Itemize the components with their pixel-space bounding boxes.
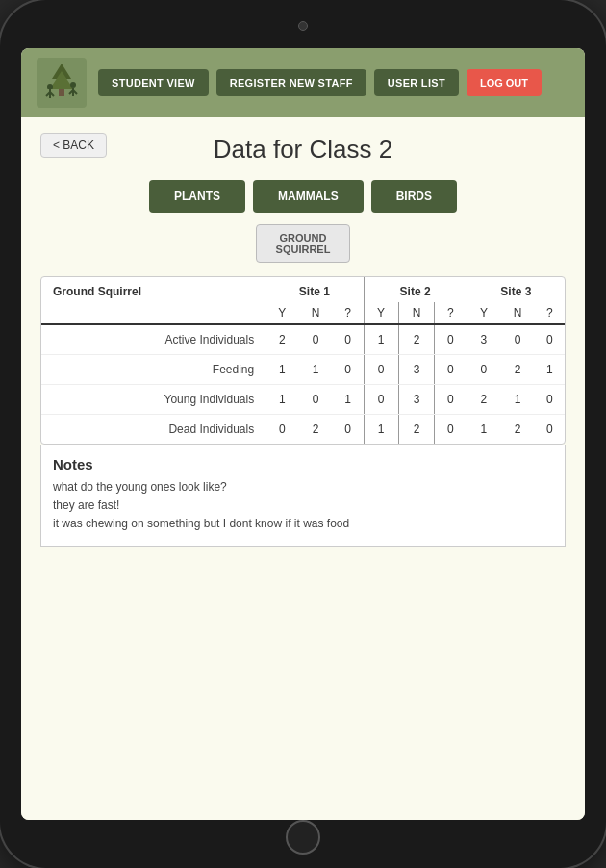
site3-val-1: 2 (500, 355, 534, 385)
site1-val-1: 0 (298, 324, 332, 355)
table-row: Feeding110030021 (41, 355, 565, 385)
site1-val-0: 0 (265, 415, 298, 445)
category-buttons: PLANTS MAMMALS BIRDS (40, 180, 566, 213)
site2-header: Site 2 (364, 277, 467, 302)
user-list-button[interactable]: USER LIST (374, 69, 459, 96)
site3-val-2: 1 (535, 355, 565, 385)
table-header-yn: Y N ? Y N ? Y N ? (41, 302, 565, 324)
site2-val-1: 3 (398, 385, 435, 415)
site1-n: N (298, 302, 332, 324)
register-staff-button[interactable]: REGISTER NEW STAFF (216, 69, 366, 96)
site1-header: Site 1 (265, 277, 364, 302)
site2-val-2: 0 (435, 355, 467, 385)
tablet-home-button[interactable] (286, 820, 320, 855)
site1-val-2: 0 (333, 324, 364, 355)
site2-val-0: 0 (364, 385, 398, 415)
table-col-label: Ground Squirrel (41, 277, 265, 302)
site3-val-2: 0 (535, 324, 565, 355)
site1-val-1: 2 (298, 415, 332, 445)
site2-val-2: 0 (435, 324, 467, 355)
site3-q: ? (535, 302, 565, 324)
svg-rect-3 (59, 89, 64, 96)
site2-val-0: 1 (364, 324, 398, 355)
site1-val-0: 2 (265, 324, 298, 355)
tablet-screen: STUDENT VIEW REGISTER NEW STAFF USER LIS… (21, 48, 585, 820)
app-logo (37, 58, 87, 108)
site2-val-1: 3 (398, 355, 435, 385)
tablet-frame: STUDENT VIEW REGISTER NEW STAFF USER LIS… (0, 0, 606, 868)
row-label: Dead Individuals (41, 415, 265, 445)
row-label: Active Individuals (41, 324, 265, 355)
notes-content: what do the young ones look like?they ar… (53, 478, 553, 534)
site3-val-0: 2 (467, 385, 500, 415)
row-label: Feeding (41, 355, 265, 385)
site2-val-1: 2 (398, 324, 435, 355)
site2-n: N (398, 302, 435, 324)
site2-val-0: 0 (364, 355, 398, 385)
site1-y: Y (265, 302, 298, 324)
table-header-sites: Ground Squirrel Site 1 Site 2 Site 3 (41, 277, 565, 302)
site1-q: ? (333, 302, 364, 324)
table-row: Dead Individuals020120120 (41, 415, 565, 445)
sub-category-container: GROUNDSQUIRREL (40, 224, 566, 263)
svg-point-4 (47, 84, 53, 89)
page-title: Data for Class 2 (40, 135, 566, 165)
birds-button[interactable]: BIRDS (371, 180, 457, 213)
site3-val-1: 1 (500, 385, 534, 415)
site3-val-1: 2 (500, 415, 534, 445)
site2-val-1: 2 (398, 415, 435, 445)
site3-n: N (500, 302, 534, 324)
header: STUDENT VIEW REGISTER NEW STAFF USER LIS… (21, 48, 585, 117)
row-label: Young Individuals (41, 385, 265, 415)
site1-val-1: 0 (298, 385, 332, 415)
site1-val-1: 1 (298, 355, 332, 385)
table-body: Active Individuals200120300Feeding110030… (41, 324, 565, 444)
site3-val-2: 0 (535, 385, 565, 415)
site3-header: Site 3 (467, 277, 565, 302)
site1-val-2: 0 (333, 355, 364, 385)
notes-title: Notes (53, 456, 553, 472)
tablet-camera (298, 21, 308, 31)
site3-val-2: 0 (535, 415, 565, 445)
ground-squirrel-button[interactable]: GROUNDSQUIRREL (256, 224, 351, 263)
data-table-container: Ground Squirrel Site 1 Site 2 Site 3 Y N… (40, 276, 566, 445)
site2-val-0: 1 (364, 415, 398, 445)
site2-q: ? (435, 302, 467, 324)
main-content: < BACK Data for Class 2 PLANTS MAMMALS B… (21, 117, 585, 820)
site1-val-2: 0 (333, 415, 364, 445)
notes-section: Notes what do the young ones look like?t… (40, 445, 566, 547)
site2-val-2: 0 (435, 415, 467, 445)
table-row: Young Individuals101030210 (41, 385, 565, 415)
back-button[interactable]: < BACK (40, 133, 107, 158)
site3-val-1: 0 (500, 324, 534, 355)
mammals-button[interactable]: MAMMALS (253, 180, 364, 213)
student-view-button[interactable]: STUDENT VIEW (98, 69, 209, 96)
site1-val-0: 1 (265, 385, 298, 415)
svg-point-8 (70, 82, 76, 88)
site3-val-0: 0 (467, 355, 500, 385)
site3-val-0: 3 (467, 324, 500, 355)
logout-button[interactable]: LOG OUT (467, 69, 542, 96)
site1-val-2: 1 (333, 385, 364, 415)
site3-y: Y (467, 302, 500, 324)
note-line: it was chewing on something but I dont k… (53, 515, 553, 533)
data-table: Ground Squirrel Site 1 Site 2 Site 3 Y N… (41, 277, 565, 444)
site2-y: Y (364, 302, 398, 324)
header-nav: STUDENT VIEW REGISTER NEW STAFF USER LIS… (98, 69, 569, 96)
site2-val-2: 0 (435, 385, 467, 415)
table-row: Active Individuals200120300 (41, 324, 565, 355)
site1-val-0: 1 (265, 355, 298, 385)
note-line: they are fast! (53, 497, 553, 515)
site3-val-0: 1 (467, 415, 500, 445)
plants-button[interactable]: PLANTS (149, 180, 245, 213)
note-line: what do the young ones look like? (53, 478, 553, 497)
